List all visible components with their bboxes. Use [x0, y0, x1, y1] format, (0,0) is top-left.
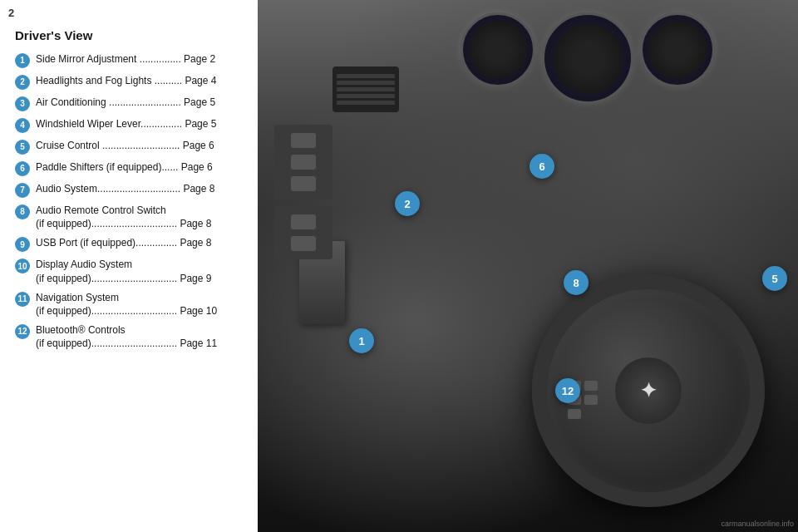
menu-badge-9: 9 [15, 237, 30, 252]
air-vent [332, 66, 399, 112]
menu-text-2: Headlights and Fog Lights .......... Pag… [36, 74, 243, 87]
control-button [291, 155, 316, 170]
wheel-button [584, 381, 598, 391]
callout-8: 8 [564, 270, 589, 295]
vent-slat [337, 94, 395, 98]
vent-slat [337, 74, 395, 78]
menu-text-5: Cruise Control .........................… [36, 139, 243, 152]
callout-5: 5 [762, 266, 787, 291]
menu-item-4: 4Windshield Wiper Lever............... P… [15, 117, 243, 133]
menu-text-7: Audio System............................… [36, 182, 243, 195]
control-button [291, 133, 316, 148]
menu-badge-3: 3 [15, 96, 30, 111]
menu-item-10: 10Display Audio System(if equipped).....… [15, 258, 243, 284]
menu-text-4: Windshield Wiper Lever............... Pa… [36, 117, 243, 131]
menu-subtext-8: (if equipped)...........................… [36, 217, 243, 230]
page-number: 2 [8, 7, 14, 19]
control-button [291, 214, 316, 229]
menu-badge-1: 1 [15, 53, 30, 68]
menu-badge-4: 4 [15, 118, 30, 133]
gauge-speedometer [640, 12, 715, 87]
wheel-button [584, 395, 598, 405]
left-panel: 2 Driver's View 1Side Mirror Adjustment … [0, 0, 258, 532]
menu-subtext-11: (if equipped)...........................… [36, 304, 243, 318]
callout-6: 6 [530, 154, 554, 179]
callout-1: 1 [349, 328, 374, 353]
menu-subtext-12: (if equipped)...........................… [36, 337, 243, 350]
control-block-bottom [274, 206, 332, 259]
vent-slat [337, 101, 395, 105]
wheel-button [568, 409, 581, 419]
left-controls-cluster [274, 125, 332, 266]
menu-item-7: 7Audio System...........................… [15, 182, 243, 198]
gauge-tachometer-face [469, 21, 527, 79]
menu-item-12: 12Bluetooth® Controls(if equipped)......… [15, 323, 243, 350]
menu-item-6: 6Paddle Shifters (if equipped)...... Pag… [15, 160, 243, 176]
vent-slat [337, 87, 395, 91]
mitsubishi-logo-icon: ✦ [640, 379, 657, 402]
watermark: carmanualsonline.info [721, 520, 794, 528]
menu-badge-5: 5 [15, 140, 30, 155]
wheel-btn-row [568, 409, 598, 419]
wheel-hub: ✦ [615, 357, 682, 424]
menu-badge-10: 10 [15, 259, 30, 273]
menu-item-9: 9USB Port (if equipped)............... P… [15, 236, 243, 252]
menu-subtext-10: (if equipped)...........................… [36, 272, 243, 285]
control-button [291, 176, 316, 191]
menu-badge-6: 6 [15, 161, 30, 176]
callout-12: 12 [555, 378, 580, 403]
menu-item-3: 3Air Conditioning ......................… [15, 96, 243, 111]
menu-text-1: Side Mirror Adjustment ............... P… [36, 52, 243, 66]
car-interior-image: ✦ [258, 0, 798, 532]
menu-badge-8: 8 [15, 204, 30, 219]
menu-text-8: Audio Remote Control Switch(if equipped)… [36, 204, 243, 230]
right-panel: ✦ [258, 0, 798, 532]
section-title: Driver's View [15, 28, 243, 42]
menu-badge-2: 2 [15, 75, 30, 90]
vent-slat [337, 81, 395, 85]
gauges-cluster [461, 12, 715, 104]
menu-item-11: 11Navigation System(if equipped)........… [15, 291, 243, 318]
menu-text-12: Bluetooth® Controls(if equipped)........… [36, 323, 243, 350]
menu-text-3: Air Conditioning .......................… [36, 96, 243, 109]
menu-list: 1Side Mirror Adjustment ............... … [15, 52, 243, 351]
menu-text-6: Paddle Shifters (if equipped)...... Page… [36, 160, 243, 174]
menu-item-5: 5Cruise Control ........................… [15, 139, 243, 155]
gauge-tachometer [461, 12, 535, 87]
gauge-center-face [553, 23, 623, 94]
menu-badge-12: 12 [15, 324, 30, 339]
control-block-top [274, 125, 332, 200]
menu-text-9: USB Port (if equipped)............... Pa… [36, 236, 243, 249]
menu-badge-7: 7 [15, 183, 30, 198]
menu-text-11: Navigation System(if equipped)..........… [36, 291, 243, 318]
menu-badge-11: 11 [15, 292, 30, 307]
menu-item-1: 1Side Mirror Adjustment ............... … [15, 52, 243, 68]
gauge-speedometer-face [648, 21, 707, 79]
menu-text-10: Display Audio System(if equipped).......… [36, 258, 243, 284]
menu-item-2: 2Headlights and Fog Lights .......... Pa… [15, 74, 243, 90]
callout-2: 2 [395, 191, 420, 216]
gauge-center [542, 12, 633, 104]
control-button [291, 236, 316, 251]
menu-item-8: 8Audio Remote Control Switch(if equipped… [15, 204, 243, 230]
